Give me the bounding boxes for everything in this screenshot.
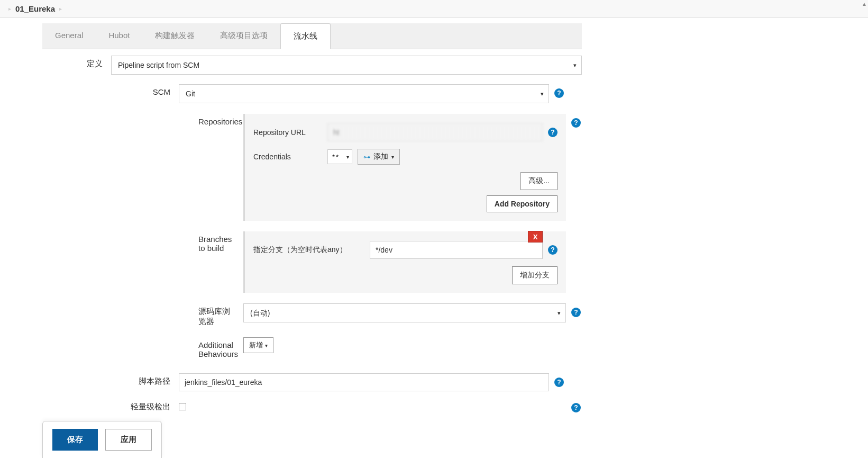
tab-build-triggers[interactable]: 构建触发器 [142, 23, 207, 49]
credentials-label: Credentials [253, 152, 327, 161]
branch-spec-input[interactable] [370, 241, 543, 259]
help-icon[interactable]: ? [554, 88, 564, 98]
breadcrumb-item[interactable]: 01_Eureka [15, 4, 55, 13]
add-credentials-label: 添加 [373, 152, 388, 161]
tab-advanced-options[interactable]: 高级项目选项 [207, 23, 280, 49]
chevron-right-icon: ▸ [8, 6, 11, 12]
help-icon[interactable]: ? [548, 245, 558, 255]
script-path-input[interactable] [179, 373, 549, 391]
tab-pipeline[interactable]: 流水线 [280, 23, 331, 49]
lightweight-label: 轻量级检出 [42, 399, 179, 412]
add-credentials-button[interactable]: ⊶ 添加 ▾ [358, 149, 400, 165]
script-path-label: 脚本路径 [42, 373, 179, 387]
help-icon[interactable]: ? [571, 118, 581, 128]
tab-general[interactable]: General [42, 23, 96, 49]
tab-hubot[interactable]: Hubot [96, 23, 142, 49]
scroll-up-icon[interactable]: ▲ [862, 1, 867, 7]
help-icon[interactable]: ? [548, 128, 558, 137]
help-icon[interactable]: ? [571, 403, 581, 412]
help-icon[interactable]: ? [554, 378, 564, 387]
advanced-button[interactable]: 高级... [520, 172, 558, 190]
scm-select[interactable]: Git [179, 84, 549, 103]
definition-label: 定义 [42, 56, 111, 69]
delete-branch-button[interactable]: X [528, 231, 543, 243]
credentials-select[interactable]: ** [327, 149, 352, 164]
add-repository-button[interactable]: Add Repository [487, 195, 558, 212]
branch-spec-label: 指定分支（为空时代表any） [253, 245, 370, 255]
chevron-right-icon: ▸ [59, 6, 62, 12]
repo-browser-select[interactable]: (自动) [243, 303, 566, 322]
branches-box: X 指定分支（为空时代表any） ? 增加分支 [243, 231, 566, 293]
lightweight-checkbox[interactable] [179, 403, 186, 410]
repositories-label: Repositories [42, 114, 243, 126]
branches-label: Branches to build [42, 231, 243, 253]
add-branch-button[interactable]: 增加分支 [512, 266, 558, 284]
key-icon: ⊶ [363, 153, 370, 161]
tab-bar: General Hubot 构建触发器 高级项目选项 流水线 [42, 23, 582, 49]
behaviours-label: Additional Behaviours [42, 337, 243, 358]
repo-url-input[interactable] [327, 123, 543, 141]
repo-browser-label: 源码库浏览器 [42, 303, 243, 327]
apply-button[interactable]: 应用 [105, 429, 152, 444]
caret-down-icon: ▾ [265, 343, 268, 348]
help-icon[interactable]: ? [571, 308, 581, 317]
repo-url-label: Repository URL [253, 128, 327, 137]
repositories-box: Repository URL ? Credentials ** [243, 114, 566, 221]
save-button[interactable]: 保存 [52, 429, 98, 444]
scm-label: SCM [42, 84, 179, 96]
breadcrumb: ▸ 01_Eureka ▸ [0, 0, 868, 18]
definition-select[interactable]: Pipeline script from SCM [111, 56, 582, 75]
bottom-action-bar: 保存 应用 [42, 421, 162, 444]
caret-down-icon: ▾ [391, 154, 394, 160]
add-behaviour-button[interactable]: 新增 ▾ [243, 337, 273, 353]
